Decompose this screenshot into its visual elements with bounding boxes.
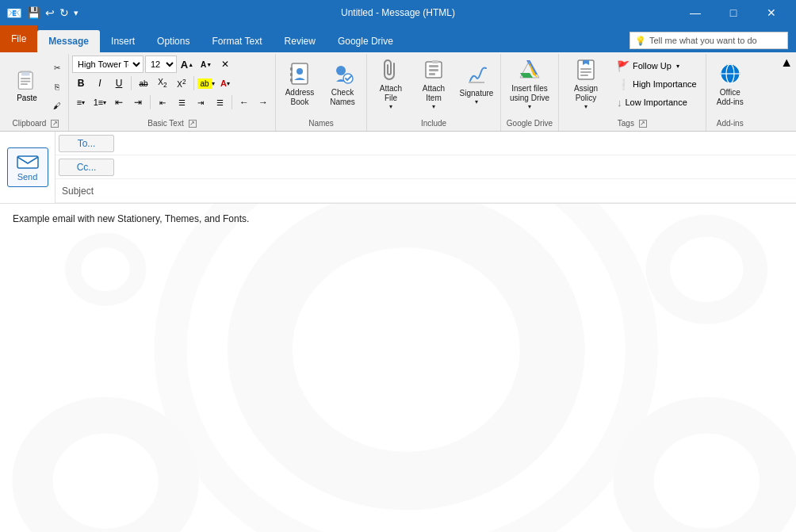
right-indent-icon: → [258,97,268,108]
app-icon: 📧 [6,6,22,21]
bold-icon: B [78,78,85,89]
bold-button[interactable]: B [72,75,90,92]
left-indent-icon: ← [239,97,249,108]
ribbon-collapse[interactable]: ▲ [780,55,793,70]
signature-label: Signature [460,89,494,98]
right-indent-button[interactable]: → [254,94,272,111]
include-label: Include [370,117,497,129]
svg-point-36 [633,415,779,532]
italic-button[interactable]: I [91,75,109,92]
strikethrough-button[interactable]: ab [135,75,152,92]
email-body[interactable]: Example email with new Stationery, Theme… [0,204,796,532]
grow-font-button[interactable]: A▲ [178,55,196,73]
ribbon-search-bar[interactable]: 💡 Tell me what you want to do [630,32,788,49]
close-button[interactable]: ✕ [753,0,790,25]
cc-input[interactable] [117,155,796,178]
subscript-button[interactable]: X2 [154,75,171,92]
google-drive-icon [517,57,542,82]
names-group: AddressBook CheckNames Names [276,54,367,131]
tags-group: AssignPolicy ▾ 🚩 Follow Up ▾ ❕ High Impo… [559,54,706,131]
paste-label: Paste [17,94,37,102]
attach-file-button[interactable]: AttachFile ▾ [370,55,411,113]
quick-undo[interactable]: ↩ [45,6,55,19]
decrease-indent-button[interactable]: ⇤ [110,94,128,111]
assign-policy-button[interactable]: AssignPolicy ▾ [562,55,610,113]
email-body-text[interactable]: Example email with new Stationery, Theme… [13,212,783,370]
font-size-select[interactable]: 12 10 11 14 [145,55,177,73]
follow-up-button[interactable]: 🚩 Follow Up ▾ [613,57,701,75]
basic-text-expand[interactable]: ↗ [189,120,197,128]
paste-icon [14,67,40,92]
quick-save[interactable]: 💾 [27,6,40,19]
quick-redo[interactable]: ↻ [59,6,69,19]
check-names-button[interactable]: CheckNames [322,55,363,113]
font-color-button[interactable]: A ▾ [216,75,234,92]
app-body: Send To... Cc... Subject [0,132,796,532]
grow-font-icon: A [181,59,188,71]
numbering-button[interactable]: 1≡▾ [91,94,109,111]
send-label: Send [17,172,38,182]
tab-google-drive[interactable]: Google Drive [327,30,404,52]
subject-input[interactable] [103,179,796,202]
tab-options[interactable]: Options [146,30,201,52]
names-content: AddressBook CheckNames [279,55,363,117]
subscript-icon: X2 [158,78,166,89]
svg-point-10 [297,68,303,75]
superscript-button[interactable]: X2 [173,75,190,92]
low-importance-icon: ↓ [617,97,622,109]
office-addins-button[interactable]: OfficeAdd-ins [710,55,751,113]
insert-files-button[interactable]: Insert files using Drive ▾ [504,55,555,113]
attach-item-button[interactable]: AttachItem ▾ [413,55,454,113]
send-button[interactable]: Send [7,147,48,187]
shrink-font-button[interactable]: A▼ [197,55,215,73]
decrease-indent-icon: ⇤ [115,97,123,108]
align-center-icon: ☰ [178,98,186,107]
tags-expand[interactable]: ↗ [639,120,647,128]
basic-text-label: Basic Text ↗ [72,117,272,129]
align-left-button[interactable]: ⇤ [154,94,171,111]
paste-button[interactable]: Paste [6,55,48,113]
underline-button[interactable]: U [110,75,128,92]
format-painter-button[interactable]: 🖌 [49,97,65,114]
to-button[interactable]: To... [59,135,114,152]
format-painter-icon: 🖌 [53,101,61,110]
cut-icon: ✂ [54,63,60,72]
low-importance-button[interactable]: ↓ Low Importance [613,94,701,111]
address-book-button[interactable]: AddressBook [279,55,320,113]
cut-button[interactable]: ✂ [49,59,65,76]
tab-review[interactable]: Review [274,30,327,52]
addins-label: Add-ins [710,117,751,129]
tab-file[interactable]: File [0,25,37,52]
clear-format-button[interactable]: ✕ [216,55,234,73]
highlight-button[interactable]: ab ▾ [197,75,215,92]
high-importance-button[interactable]: ❕ High Importance [613,75,701,93]
cc-button[interactable]: Cc... [59,159,114,176]
align-center-button[interactable]: ☰ [173,94,190,111]
bullets-button[interactable]: ≡▾ [72,94,90,111]
google-drive-label: Google Drive [504,117,555,129]
signature-icon [464,62,489,87]
left-indent-button[interactable]: ← [235,94,253,111]
align-right-button[interactable]: ⇥ [192,94,209,111]
justify-button[interactable]: ☰ [211,94,228,111]
font-family-select[interactable]: High Tower Text Arial Calibri [72,55,144,73]
fields-column: To... Cc... Subject [55,132,796,203]
maximize-button[interactable]: □ [715,0,752,25]
office-addins-label: OfficeAdd-ins [717,88,744,107]
tab-message[interactable]: Message [37,30,100,52]
address-book-icon [287,61,312,86]
tab-insert[interactable]: Insert [100,30,146,52]
basic-text-content: High Tower Text Arial Calibri 12 10 11 1… [72,55,272,117]
minimize-button[interactable]: — [677,0,714,25]
to-input[interactable] [117,132,796,155]
signature-button[interactable]: Signature ▾ [456,55,497,113]
tab-format-text[interactable]: Format Text [201,30,273,52]
google-drive-group: Insert files using Drive ▾ Google Drive [501,54,559,131]
copy-button[interactable]: ⎘ [49,78,65,95]
italic-icon: I [98,78,101,89]
quick-customize[interactable]: ▾ [74,8,78,18]
svg-marker-21 [520,73,533,78]
tags-stack: 🚩 Follow Up ▾ ❕ High Importance ↓ Low Im… [611,55,702,113]
increase-indent-button[interactable]: ⇥ [129,94,147,111]
clipboard-expand[interactable]: ↗ [51,120,59,128]
